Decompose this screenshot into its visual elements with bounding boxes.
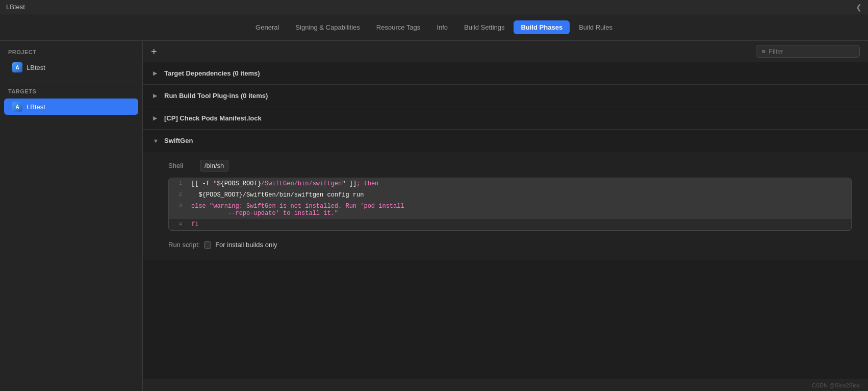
line-num-2: 2 bbox=[169, 190, 187, 199]
right-panel: + ≡ ▶ Target Dependencies (0 items) ▶ Ru… bbox=[143, 41, 868, 391]
phase-title-run-build-tool: Run Build Tool Plug-ins (0 items) bbox=[164, 92, 268, 100]
tab-build-phases[interactable]: Build Phases bbox=[514, 20, 570, 34]
project-section-label: PROJECT bbox=[0, 49, 142, 59]
project-label: LBtest bbox=[27, 64, 45, 71]
phase-row-check-pods: ▶ [CP] Check Pods Manifest.lock 🗑 bbox=[143, 107, 868, 130]
run-script-description: For install builds only bbox=[215, 241, 277, 249]
phase-title-target-deps: Target Dependencies (0 items) bbox=[164, 69, 260, 77]
close-button[interactable]: ❮ bbox=[856, 3, 862, 11]
filter-container: ≡ bbox=[756, 45, 860, 58]
code-content-4: fi bbox=[187, 220, 851, 229]
target-icon: A bbox=[12, 102, 22, 112]
tab-resource[interactable]: Resource Tags bbox=[369, 20, 427, 34]
code-content-3: else "warning: SwiftGen is not installed… bbox=[187, 202, 851, 218]
install-builds-checkbox[interactable] bbox=[204, 241, 211, 249]
bottom-bar: CSDN @Sico2Sico bbox=[143, 379, 868, 391]
chevron-right-icon-3: ▶ bbox=[153, 115, 159, 121]
tab-signing[interactable]: Signing & Capabilities bbox=[288, 20, 367, 34]
shell-label: Shell bbox=[168, 162, 194, 169]
chevron-right-icon: ▶ bbox=[153, 70, 159, 77]
toolbar-row: + ≡ bbox=[143, 41, 868, 62]
chevron-down-icon: ▼ bbox=[153, 138, 159, 144]
targets-section-label: TARGETS bbox=[0, 88, 142, 99]
phase-title-swiftgen: SwiftGen bbox=[164, 137, 193, 144]
line-num-3: 3 bbox=[169, 202, 187, 210]
phase-header-target-deps[interactable]: ▶ Target Dependencies (0 items) bbox=[143, 62, 868, 84]
sidebar-divider bbox=[8, 82, 134, 82]
phase-row-target-deps: ▶ Target Dependencies (0 items) bbox=[143, 62, 868, 85]
phase-row-swiftgen: ▼ SwiftGen 🗑 Shell /bin/sh 1 bbox=[143, 130, 868, 259]
phases-list: ▶ Target Dependencies (0 items) ▶ Run Bu… bbox=[143, 62, 868, 379]
phase-row-run-build-tool: ▶ Run Build Tool Plug-ins (0 items) bbox=[143, 85, 868, 107]
credit-text: CSDN @Sico2Sico bbox=[812, 382, 860, 388]
main-content: PROJECT A LBtest TARGETS A LBtest + ≡ ▶ bbox=[0, 41, 868, 391]
shell-value: /bin/sh bbox=[200, 160, 228, 172]
shell-row: Shell /bin/sh bbox=[168, 160, 852, 172]
tab-info[interactable]: Info bbox=[429, 20, 455, 34]
add-phase-button[interactable]: + bbox=[151, 46, 157, 57]
tab-general[interactable]: General bbox=[248, 20, 286, 34]
phase-title-check-pods: [CP] Check Pods Manifest.lock bbox=[164, 114, 262, 122]
code-line-2: 2 ${PODS_ROOT}/SwiftGen/bin/swiftgen con… bbox=[169, 189, 851, 201]
code-line-4: 4 fi bbox=[169, 219, 851, 230]
chevron-right-icon-2: ▶ bbox=[153, 92, 159, 99]
tab-build-settings[interactable]: Build Settings bbox=[457, 20, 512, 34]
line-num-1: 1 bbox=[169, 179, 187, 187]
phase-header-check-pods[interactable]: ▶ [CP] Check Pods Manifest.lock 🗑 bbox=[143, 107, 868, 129]
code-content-1: [[ -f "${PODS_ROOT}/SwiftGen/bin/swiftge… bbox=[187, 179, 851, 188]
code-content-2: ${PODS_ROOT}/SwiftGen/bin/swiftgen confi… bbox=[187, 190, 851, 200]
sidebar: PROJECT A LBtest TARGETS A LBtest bbox=[0, 41, 143, 391]
code-block: 1 [[ -f "${PODS_ROOT}/SwiftGen/bin/swift… bbox=[168, 178, 852, 231]
sidebar-item-target[interactable]: A LBtest bbox=[4, 99, 138, 115]
line-num-4: 4 bbox=[169, 220, 187, 228]
swiftgen-content: Shell /bin/sh 1 [[ -f "${PODS_ROOT}/Swif… bbox=[143, 152, 868, 259]
project-icon: A bbox=[12, 62, 22, 72]
run-script-label: Run script: bbox=[168, 241, 200, 249]
code-line-3: 3 else "warning: SwiftGen is not install… bbox=[169, 201, 851, 219]
phase-header-swiftgen[interactable]: ▼ SwiftGen 🗑 bbox=[143, 130, 868, 152]
target-label: LBtest bbox=[27, 103, 45, 111]
tab-build-rules[interactable]: Build Rules bbox=[572, 20, 620, 34]
sidebar-item-project[interactable]: A LBtest bbox=[4, 59, 138, 76]
code-line-1: 1 [[ -f "${PODS_ROOT}/SwiftGen/bin/swift… bbox=[169, 178, 851, 189]
app-title: LBtest bbox=[6, 3, 25, 11]
filter-input[interactable] bbox=[769, 47, 854, 55]
run-script-row: Run script: For install builds only bbox=[168, 236, 852, 249]
filter-icon: ≡ bbox=[761, 47, 765, 55]
title-bar: LBtest ❮ bbox=[0, 0, 868, 14]
phase-header-run-build-tool[interactable]: ▶ Run Build Tool Plug-ins (0 items) bbox=[143, 85, 868, 107]
tab-bar: GeneralSigning & CapabilitiesResource Ta… bbox=[0, 14, 868, 41]
